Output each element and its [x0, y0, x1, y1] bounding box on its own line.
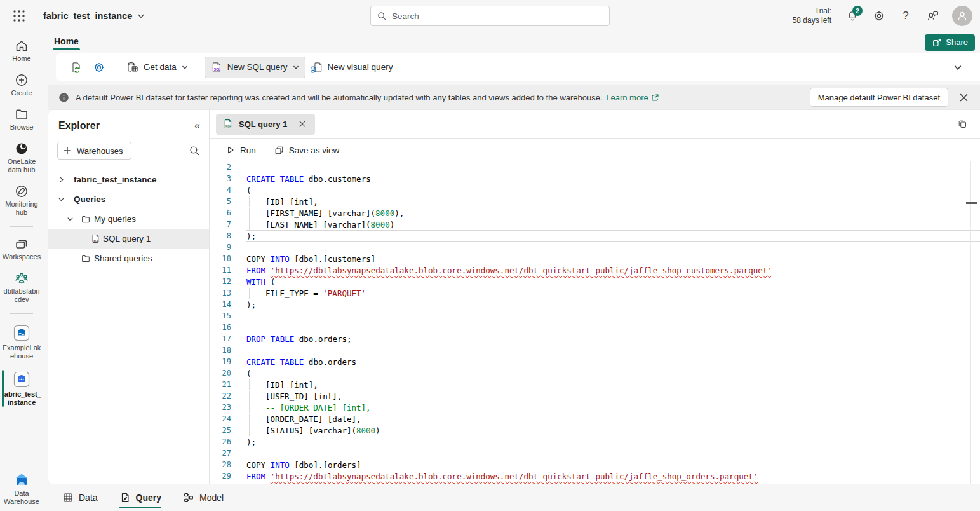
line-number: 12 [210, 276, 231, 287]
query-settings-button[interactable] [88, 57, 111, 78]
rail-item-browse[interactable]: Browse [1, 106, 43, 133]
code-line[interactable]: 11FROM 'https://dbtlabsynapsedatalake.bl… [210, 264, 980, 276]
code-line[interactable]: 5[ID] [int], [210, 196, 980, 207]
code-line[interactable]: 12WITH ( [210, 276, 980, 287]
rail-item-examplelakehouse[interactable]: ExampleLakehouse [1, 322, 43, 362]
code-line[interactable]: 23-- [ORDER_DATE] [int], [210, 402, 980, 413]
search-icon [189, 146, 200, 156]
search-box[interactable] [370, 6, 610, 26]
run-button[interactable]: Run [220, 142, 262, 158]
code-line[interactable]: 9 [210, 242, 980, 253]
code-line[interactable]: 8); [210, 230, 980, 242]
rail-item-create[interactable]: Create [1, 71, 43, 99]
indent-guide [249, 288, 265, 299]
close-tab-button[interactable] [296, 118, 309, 130]
rail-item-home[interactable]: Home [1, 37, 43, 64]
rail-item-data-warehouse[interactable]: Data Warehouse [1, 470, 43, 507]
code-line[interactable]: 2 [210, 161, 980, 173]
scrollbar-cursor-marker[interactable] [966, 202, 977, 204]
code-line[interactable]: 15 [210, 310, 980, 322]
code-line[interactable]: 4( [210, 184, 980, 196]
line-number: 16 [210, 322, 231, 333]
new-sql-query-button[interactable]: SQL New SQL query [205, 57, 305, 78]
search-input[interactable] [392, 11, 603, 21]
new-visual-query-button[interactable]: New visual query [305, 57, 398, 78]
rail-item-dbtlabsfabricdev[interactable]: dbtlabsfabricdev [1, 269, 43, 305]
rail-item-onelake-data-hub[interactable]: OneLake data hub [1, 140, 43, 175]
collapse-ribbon-button[interactable] [953, 63, 962, 72]
code-line[interactable]: 13FILE_TYPE = 'PARQUET' [210, 287, 980, 299]
dismiss-banner-button[interactable] [955, 88, 972, 106]
workspace-name: fabric_test_instance [43, 11, 132, 21]
code-line[interactable]: 18 [210, 344, 980, 356]
code-line[interactable]: 29FROM 'https://dbtlabsynapsedatalake.bl… [210, 470, 980, 482]
app-launcher-button[interactable] [4, 1, 34, 31]
home-icon [14, 38, 29, 53]
tree-item-label: My queries [94, 214, 136, 224]
svg-text:SQL: SQL [93, 239, 98, 242]
indent-guide [249, 414, 265, 425]
line-number: 15 [210, 310, 231, 322]
rail-item-fabric-test-instance[interactable]: fabric_test_instance [1, 369, 43, 408]
learn-more-link[interactable]: Learn more [606, 93, 659, 102]
toolbar-divider [199, 60, 199, 74]
refresh-button[interactable] [65, 57, 88, 78]
folder-icon [14, 107, 29, 122]
settings-button[interactable] [867, 4, 891, 28]
rail-divider [10, 313, 33, 314]
tab-data[interactable]: Data [61, 488, 99, 507]
trial-status: Trial: 58 days left [793, 6, 831, 25]
feedback-button[interactable] [920, 4, 944, 28]
notifications-button[interactable]: 2 [840, 4, 864, 28]
code-line[interactable]: 6[FIRST_NAME] [varchar](8000), [210, 207, 980, 219]
code-line[interactable]: 10COPY INTO [dbo].[customers] [210, 253, 980, 264]
code-text [246, 161, 980, 173]
code-text [246, 447, 980, 459]
workspace-switcher[interactable]: fabric_test_instance [43, 11, 145, 21]
tree-item-sql-query-1[interactable]: SQL SQL query 1 [48, 229, 209, 249]
code-line[interactable]: 3CREATE TABLE dbo.customers [210, 173, 980, 184]
code-line[interactable]: 20( [210, 367, 980, 379]
share-button[interactable]: Share [925, 34, 975, 51]
warehouses-button[interactable]: Warehouses [57, 142, 131, 160]
rail-item-label: dbtlabsfabricdev [1, 287, 43, 304]
code-line[interactable]: 14); [210, 299, 980, 310]
code-line[interactable]: 25[STATUS] [varchar](8000) [210, 425, 980, 436]
toolbar-divider [116, 60, 116, 74]
rail-item-workspaces[interactable]: Workspaces [1, 235, 43, 262]
save-as-view-button[interactable]: Save as view [268, 142, 346, 159]
rail-item-monitoring-hub[interactable]: Monitoring hub [1, 182, 43, 218]
code-line[interactable]: 21[ID] [int], [210, 379, 980, 390]
code-line[interactable]: 7[LAST_NAME] [varchar](8000) [210, 219, 980, 230]
code-line[interactable]: 17DROP TABLE dbo.orders; [210, 333, 980, 344]
code-line[interactable]: 28COPY INTO [dbo].[orders] [210, 459, 980, 470]
tab-home[interactable]: Home [53, 34, 80, 51]
line-number: 10 [210, 253, 231, 264]
tab-query[interactable]: Query [118, 488, 163, 507]
help-button[interactable]: ? [894, 4, 918, 28]
tree-item-my-queries[interactable]: My queries [48, 209, 209, 229]
explorer-search-button[interactable] [189, 146, 200, 156]
code-line[interactable]: 16 [210, 322, 980, 333]
code-line[interactable]: 27 [210, 447, 980, 459]
account-avatar[interactable] [952, 6, 972, 26]
tree-item-queries[interactable]: Queries [48, 189, 209, 209]
warehouse-item-icon [12, 370, 31, 389]
code-line[interactable]: 19CREATE TABLE dbo.orders [210, 356, 980, 367]
collapse-explorer-button[interactable]: « [194, 121, 200, 131]
get-data-button[interactable]: Get data [121, 57, 194, 78]
tab-model[interactable]: Model [182, 488, 225, 507]
tree-item-shared-queries[interactable]: Shared queries [48, 249, 209, 268]
tree-item-warehouse-root[interactable]: fabric_test_instance [48, 170, 209, 189]
code-line[interactable]: 22[USER_ID] [int], [210, 390, 980, 402]
manage-default-dataset-button[interactable]: Manage default Power BI dataset [810, 88, 948, 107]
chevron-down-icon [137, 12, 145, 20]
visual-query-icon [311, 61, 323, 74]
copy-button[interactable] [953, 115, 971, 133]
tab-sql-query-1[interactable]: SQL SQL query 1 [216, 114, 315, 135]
code-line[interactable]: 26); [210, 436, 980, 447]
sql-code-editor[interactable]: 23CREATE TABLE dbo.customers4(5[ID] [int… [210, 161, 980, 484]
indent-guide [249, 425, 265, 436]
new-sql-query-label: New SQL query [227, 62, 288, 72]
code-line[interactable]: 24[ORDER_DATE] [date], [210, 413, 980, 425]
